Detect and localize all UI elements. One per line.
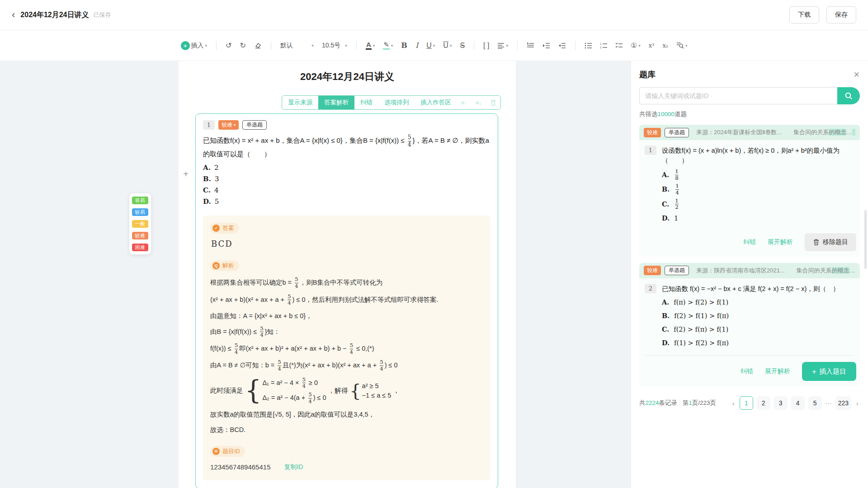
report-error-link[interactable]: 纠错 [741, 367, 753, 375]
tab-4[interactable]: 插入作答区 [415, 96, 457, 109]
font-size-select[interactable]: 10.5号 ▾ [319, 39, 350, 52]
clear-format-button[interactable] [251, 39, 264, 52]
tab-0[interactable]: 显示来源 [282, 96, 318, 109]
download-button[interactable]: 下载 [789, 6, 819, 23]
numbering-style-button[interactable]: ①▾ [628, 40, 643, 52]
superscript-icon: x² [649, 42, 655, 49]
delete-question-icon[interactable] [486, 99, 500, 106]
question-id-icon: ID [212, 448, 220, 455]
tab-1[interactable]: 答案解析 [318, 96, 354, 109]
expand-analysis-link[interactable]: 展开解析 [768, 238, 793, 246]
knowledge-text: 集合间的关系 [793, 129, 829, 136]
italic-button[interactable]: I [413, 40, 421, 52]
saved-status: 已保存 [94, 11, 111, 19]
page-button-2[interactable]: 2 [757, 396, 770, 410]
bank-card-body: 1 设函数f(x) = (x + a)ln(x + b)，若f(x) ≥ 0，则… [639, 140, 860, 229]
answer-icon: ✓ [212, 225, 220, 232]
search-button[interactable] [837, 87, 860, 104]
app: ‹ 2024年12月24日讲义 已保存 下载 保存 + 插入 ▾ ↺ ↻ [0, 0, 868, 488]
indent-increase-button[interactable] [540, 40, 553, 51]
find-replace-button[interactable]: ▾ [674, 40, 690, 51]
back-icon[interactable]: ‹ [12, 10, 15, 20]
question-card: 1 较难 ▾ 单选题 已知函数f(x) = x² + ax + b，集合A = … [195, 113, 498, 488]
undo-icon: ↺ [226, 42, 231, 49]
legend-badge-1[interactable]: 较易 [132, 208, 148, 216]
chevron-down-icon: ▾ [373, 43, 375, 48]
legend-badge-2[interactable]: 一般 [132, 220, 148, 228]
brackets-button[interactable]: [ ] [481, 40, 492, 52]
strikethrough-button[interactable]: S [457, 40, 467, 52]
difficulty-badge[interactable]: 较难 ▾ [218, 120, 239, 130]
bullet-list-button[interactable] [582, 40, 594, 51]
report-error-link[interactable]: 纠错 [743, 238, 756, 246]
question-number: 2 [645, 284, 656, 293]
save-button[interactable]: 保存 [826, 6, 856, 23]
option-C: C.12 [662, 198, 854, 211]
records-suffix: 条记录 [659, 399, 678, 406]
top-bar: ‹ 2024年12月24日讲义 已保存 下载 保存 [0, 0, 868, 30]
insert-question-button[interactable]: + 插入题目 [802, 362, 856, 381]
page-button-1[interactable]: 1 [740, 396, 753, 410]
paragraph-style-select[interactable]: 默认 ▾ [278, 39, 316, 52]
answer-value: BCD [211, 239, 483, 249]
underline-button[interactable]: U▾ [424, 40, 438, 52]
underline-icon: U [426, 42, 432, 49]
svg-text:2: 2 [600, 46, 602, 49]
font-color-button[interactable]: A▾ [363, 39, 377, 52]
overline-icon: U [443, 42, 448, 49]
align-button[interactable]: ▾ [495, 40, 511, 51]
strikethrough-icon: S [460, 42, 465, 49]
search-input[interactable] [639, 87, 837, 104]
indent-decrease-button[interactable] [556, 40, 569, 51]
records-prefix: 共 [639, 399, 646, 406]
undo-button[interactable]: ↺ [223, 40, 234, 52]
first-line-indent-button[interactable] [524, 40, 537, 51]
bank-question-card: 较难 单选题 来源：陕西省渭南市临渭区2021... 集合间的关系的概念、 ..… [639, 263, 860, 386]
task-list-button[interactable] [613, 40, 625, 51]
legend-badge-0[interactable]: 容易 [132, 197, 148, 204]
scrollbar-thumb[interactable] [864, 210, 867, 269]
expand-analysis-link[interactable]: 展开解析 [765, 367, 790, 375]
option-D: D.f(1) > f(2) > f(π) [662, 337, 854, 349]
pagination: 共2224条记录 第1页/223页 ‹12345···223› [639, 396, 860, 410]
difficulty-legend: 容易较易一般较难困难 [129, 193, 151, 254]
question-content: 设函数f(x) = (x + a)ln(x + b)，若f(x) ≥ 0，则a²… [662, 145, 854, 226]
analysis-line-0: 根据两集合相等可以确定b = 54，则B集合中不等式可转化为 [210, 277, 483, 289]
question-options: A.f(π) > f(2) > f(1)B.f(2) > f(1) > f(π)… [662, 296, 854, 349]
question-toolbar-row: 显示来源答案解析纠错选项排列插入作答区≡↑≡↓ [179, 95, 516, 110]
page-button-4[interactable]: 4 [791, 396, 805, 410]
option-C: C.f(2) > f(π) > f(1) [662, 324, 854, 335]
copy-id-link[interactable]: 复制ID [284, 463, 303, 471]
knowledge-text: 的概念 [829, 129, 846, 136]
page-button-223[interactable]: 223 [835, 396, 851, 410]
superscript-button[interactable]: x² [646, 40, 657, 51]
overline-button[interactable]: U▾ [440, 39, 454, 52]
redo-button[interactable]: ↻ [237, 40, 248, 52]
page-button-3[interactable]: 3 [774, 396, 788, 410]
ordered-list-button[interactable]: 12 [597, 40, 610, 51]
trash-icon [813, 239, 820, 246]
page-button-5[interactable]: 5 [808, 396, 822, 410]
add-block-button[interactable]: + [180, 169, 191, 179]
question-type-badge: 单选题 [242, 120, 267, 130]
close-icon[interactable]: ✕ [854, 70, 860, 80]
highlight-pen-icon: ✎ [383, 41, 390, 50]
search-icon [844, 92, 853, 100]
bold-button[interactable]: B [398, 40, 410, 52]
legend-badge-3[interactable]: 较难 [132, 232, 148, 239]
subscript-button[interactable]: x₂ [660, 40, 671, 51]
analysis-label-text: 解析 [222, 262, 234, 270]
bank-card-footer: 纠错 展开解析 + 插入题目 [639, 357, 860, 386]
next-page-icon[interactable]: › [855, 399, 860, 407]
question-stem: 已知函数f(x) = x² + ax + b，集合A = {x|f(x) ≤ 0… [203, 134, 491, 160]
tab-3[interactable]: 选项排列 [378, 96, 415, 109]
sort-desc-icon[interactable]: ≡↓ [472, 99, 486, 106]
tab-2[interactable]: 纠错 [354, 96, 378, 109]
sort-asc-icon[interactable]: ≡↑ [457, 99, 472, 106]
legend-badge-4[interactable]: 困难 [132, 244, 148, 251]
prev-page-icon[interactable]: ‹ [731, 399, 736, 407]
analysis-body: 根据两集合相等可以确定b = 54，则B集合中不等式可转化为(x² + ax +… [210, 277, 483, 435]
insert-button[interactable]: + 插入 ▾ [178, 39, 210, 52]
remove-question-button[interactable]: 移除题目 [805, 233, 856, 251]
highlight-color-button[interactable]: ✎▾ [380, 39, 396, 52]
